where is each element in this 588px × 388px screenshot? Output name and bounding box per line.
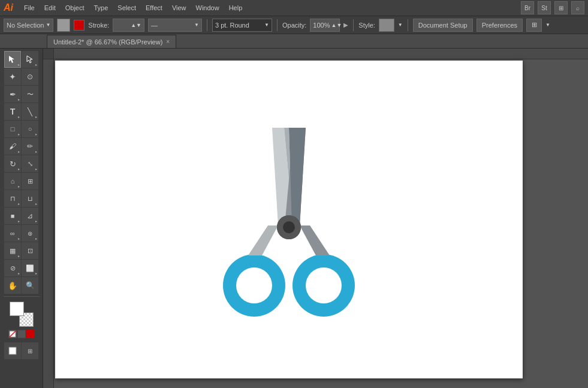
tab-close-button[interactable]: × xyxy=(166,38,170,45)
artboard-tool[interactable]: ⊡ xyxy=(22,242,38,259)
zoom-tool[interactable]: 🔍 xyxy=(22,277,38,294)
main-area: ▸ ▸ ✦ ⊙ ✒ ▸ 〜 T xyxy=(0,49,588,388)
artboard xyxy=(55,61,523,378)
color-boxes xyxy=(7,302,36,327)
arrange-icon[interactable]: ⊞ xyxy=(526,19,542,32)
menu-select[interactable]: Select xyxy=(113,3,141,13)
document-tab[interactable]: Untitled-2* @ 66.67% (RGB/Preview) × xyxy=(47,35,176,48)
stroke-indicator[interactable] xyxy=(74,20,85,31)
tool-row-9: ⊓ ▸ ⊔ ▸ xyxy=(4,190,38,207)
external-app-icons: Br St ⊞ ⌕ xyxy=(521,1,584,14)
style-swatch[interactable] xyxy=(379,19,394,32)
arrange-arrow[interactable]: ▼ xyxy=(545,22,550,28)
options-bar: No Selection ▼ Stroke: ▲▼ — ▼ 3 pt. Roun… xyxy=(0,16,588,34)
search-icon[interactable]: ⌕ xyxy=(571,1,584,14)
tool-row-12: ▦ ▸ ⊡ xyxy=(4,242,38,259)
selection-tool[interactable]: ▸ xyxy=(4,51,21,68)
gradient-icon[interactable] xyxy=(26,330,35,338)
menu-file[interactable]: File xyxy=(19,3,40,13)
scissors-illustration xyxy=(187,97,391,332)
gradient-tool[interactable]: ■ ▸ xyxy=(4,207,21,224)
free-transform-tool[interactable]: ⊞ xyxy=(22,173,38,190)
style-label: Style: xyxy=(358,22,375,29)
ruler-corner xyxy=(43,49,54,59)
stroke-profile-dropdown[interactable]: — ▼ xyxy=(148,19,202,32)
stroke-label: Stroke: xyxy=(88,22,109,29)
selection-dropdown[interactable]: No Selection ▼ xyxy=(4,19,53,32)
horizontal-ruler xyxy=(43,49,588,59)
menu-view[interactable]: View xyxy=(167,3,191,13)
stock-icon[interactable]: St xyxy=(538,1,551,14)
color-mode-row xyxy=(8,330,35,338)
scissors-accurate xyxy=(187,97,391,330)
blend-tool[interactable]: ∞ ▸ xyxy=(4,225,21,242)
hand-tool[interactable]: ✋ xyxy=(4,277,21,294)
direct-selection-tool[interactable]: ▸ xyxy=(22,51,38,68)
weight-dropdown[interactable]: 3 pt. Round ▼ xyxy=(212,19,272,32)
rectangle-tool[interactable]: □ ▸ xyxy=(4,121,21,137)
paintbrush-tool[interactable]: 🖌 ▸ xyxy=(4,138,21,155)
svg-rect-4 xyxy=(18,330,25,338)
divider-1 xyxy=(207,19,207,31)
fill-color-swatch[interactable] xyxy=(57,19,70,32)
menu-window[interactable]: Window xyxy=(191,3,224,13)
shape-builder-tool[interactable]: ⊓ ▸ xyxy=(4,190,21,207)
tool-row-13: ⊘ ▸ ⬜ ▸ xyxy=(4,260,38,276)
svg-marker-1 xyxy=(27,56,32,63)
line-tool[interactable]: ╲ ▸ xyxy=(22,103,38,120)
live-paint-tool[interactable]: ⊔ ▸ xyxy=(22,190,38,207)
style-arrow[interactable]: ▼ xyxy=(398,22,403,28)
tool-row-6: 🖌 ▸ ✏ ▸ xyxy=(4,138,38,155)
none-icon[interactable] xyxy=(8,330,17,338)
tool-row-5: □ ▸ ○ ▸ xyxy=(4,121,38,137)
left-toolbar: ▸ ▸ ✦ ⊙ ✒ ▸ 〜 T xyxy=(0,49,43,388)
symbol-tool[interactable]: ⊛ ▸ xyxy=(22,225,38,242)
svg-point-22 xyxy=(306,267,342,303)
menu-edit[interactable]: Edit xyxy=(40,3,61,13)
svg-point-19 xyxy=(236,267,272,303)
slice-tool[interactable]: ⊘ ▸ xyxy=(4,260,21,276)
tool-row-4: T ▸ ╲ ▸ xyxy=(4,103,38,120)
full-screen-mode[interactable]: ⊞ xyxy=(22,342,38,359)
rotate-tool[interactable]: ↻ ▸ xyxy=(4,155,21,172)
color-icon[interactable] xyxy=(17,330,26,338)
document-setup-button[interactable]: Document Setup xyxy=(413,19,473,32)
menu-bar: Ai File Edit Object Type Select Effect V… xyxy=(0,0,588,16)
ellipse-tool[interactable]: ○ ▸ xyxy=(22,121,38,137)
svg-marker-0 xyxy=(9,56,14,63)
tool-row-2: ✦ ⊙ xyxy=(4,68,38,85)
normal-mode[interactable] xyxy=(4,342,21,359)
workspace-icon[interactable]: ⊞ xyxy=(554,1,568,14)
stroke-value-input[interactable] xyxy=(116,22,131,29)
type-tool[interactable]: T ▸ xyxy=(4,103,21,120)
svg-point-25 xyxy=(283,221,295,233)
stroke-input-box[interactable]: ▲▼ xyxy=(113,19,144,32)
curvature-tool[interactable]: 〜 xyxy=(22,86,38,103)
opacity-input-box[interactable]: 100% ▲▼ xyxy=(310,19,340,32)
menu-effect[interactable]: Effect xyxy=(141,3,167,13)
pen-tool[interactable]: ✒ ▸ xyxy=(4,86,21,103)
bridge-icon[interactable]: Br xyxy=(521,1,534,14)
magic-wand-tool[interactable]: ✦ xyxy=(4,68,21,85)
warp-tool[interactable]: ⌂ ▸ xyxy=(4,173,21,190)
tool-row-7: ↻ ▸ ⤡ ▸ xyxy=(4,155,38,172)
tool-row-10: ■ ▸ ⊿ ▸ xyxy=(4,207,38,224)
menu-object[interactable]: Object xyxy=(61,3,89,13)
divider-2 xyxy=(277,19,278,31)
pencil-tool[interactable]: ✏ ▸ xyxy=(22,138,38,155)
divider-3 xyxy=(353,19,354,31)
menu-help[interactable]: Help xyxy=(224,3,248,13)
lasso-tool[interactable]: ⊙ xyxy=(22,68,38,85)
opacity-arrow[interactable]: ▶ xyxy=(343,22,348,28)
menu-type[interactable]: Type xyxy=(89,3,113,13)
eyedropper-tool[interactable]: ⊿ ▸ xyxy=(22,207,38,224)
divider-4 xyxy=(408,19,408,31)
tool-row-11: ∞ ▸ ⊛ ▸ xyxy=(4,225,38,242)
scale-tool[interactable]: ⤡ ▸ xyxy=(22,155,38,172)
graph-tool[interactable]: ▦ ▸ xyxy=(4,242,21,259)
eraser-tool[interactable]: ⬜ ▸ xyxy=(22,260,38,276)
canvas-area xyxy=(43,49,588,388)
tool-row-14: ✋ 🔍 xyxy=(4,277,38,294)
fill-color-box[interactable] xyxy=(10,302,24,316)
preferences-button[interactable]: Preferences xyxy=(477,19,523,32)
